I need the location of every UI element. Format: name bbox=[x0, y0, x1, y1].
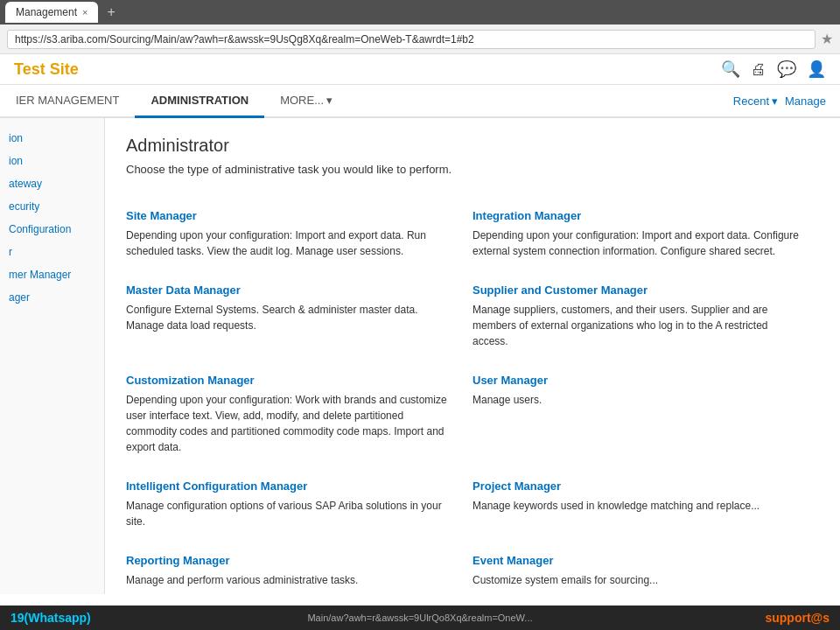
tab-title: Management bbox=[16, 6, 77, 18]
bottom-right-text: support@s bbox=[765, 611, 830, 625]
project-manager-desc: Manage keywords used in knowledge matchi… bbox=[472, 498, 802, 514]
supplier-customer-manager-desc: Manage suppliers, customers, and their u… bbox=[472, 302, 802, 349]
project-manager-link[interactable]: Project Manager bbox=[472, 480, 802, 493]
main-layout: ion ion ateway ecurity Configuration r m… bbox=[0, 118, 840, 594]
sidebar-item-1[interactable]: ion bbox=[0, 150, 104, 172]
nav-right: Recent ▾ Manage bbox=[733, 94, 840, 116]
admin-card-intelligent-config: Intelligent Configuration Manager Manage… bbox=[126, 467, 472, 542]
customization-manager-link[interactable]: Customization Manager bbox=[126, 374, 455, 387]
manage-button[interactable]: Manage bbox=[785, 94, 826, 108]
print-icon[interactable]: 🖨 bbox=[751, 60, 766, 79]
page-title: Administrator bbox=[126, 136, 819, 156]
user-manager-link[interactable]: User Manager bbox=[472, 374, 802, 387]
admin-grid: Site Manager Depending upon your configu… bbox=[126, 197, 819, 594]
site-manager-link[interactable]: Site Manager bbox=[126, 209, 455, 222]
admin-card-supplier-customer-manager: Supplier and Customer Manager Manage sup… bbox=[472, 271, 819, 361]
address-bar[interactable] bbox=[7, 30, 816, 49]
sidebar-item-2[interactable]: ateway bbox=[0, 172, 104, 195]
reporting-manager-link[interactable]: Reporting Manager bbox=[126, 554, 455, 567]
recent-button[interactable]: Recent ▾ bbox=[733, 94, 778, 108]
reporting-manager-desc: Manage and perform various administrativ… bbox=[126, 572, 455, 588]
sidebar-item-6[interactable]: mer Manager bbox=[0, 263, 104, 286]
admin-card-master-data-manager: Master Data Manager Configure External S… bbox=[126, 271, 472, 361]
admin-card-reporting-manager: Reporting Manager Manage and perform var… bbox=[126, 542, 472, 594]
chevron-down-icon: ▾ bbox=[772, 94, 778, 108]
admin-card-customization-manager: Customization Manager Depending upon you… bbox=[126, 361, 472, 467]
sidebar-item-5[interactable]: r bbox=[0, 241, 104, 263]
new-tab-button[interactable]: + bbox=[102, 3, 120, 22]
site-title: Test Site bbox=[14, 60, 79, 84]
sidebar-item-4[interactable]: Configuration bbox=[0, 218, 104, 241]
intelligent-config-desc: Manage configuration options of various … bbox=[126, 498, 455, 529]
bottom-left-text: 19(Whatsapp) bbox=[10, 611, 91, 625]
sidebar: ion ion ateway ecurity Configuration r m… bbox=[0, 118, 105, 594]
tab-close-button[interactable]: × bbox=[82, 7, 88, 18]
master-data-manager-link[interactable]: Master Data Manager bbox=[126, 284, 455, 297]
customization-manager-desc: Depending upon your configuration: Work … bbox=[126, 392, 455, 455]
event-manager-link[interactable]: Event Manager bbox=[472, 554, 802, 567]
nav-item-management[interactable]: IER MANAGEMENT bbox=[0, 85, 135, 118]
chat-icon[interactable]: 💬 bbox=[777, 60, 796, 79]
chevron-down-icon: ▾ bbox=[326, 94, 332, 107]
app-header: Test Site 🔍 🖨 💬 👤 bbox=[0, 54, 840, 85]
tab-bar: Management × + bbox=[0, 0, 840, 24]
bookmark-icon[interactable]: ★ bbox=[821, 31, 833, 47]
supplier-customer-manager-link[interactable]: Supplier and Customer Manager bbox=[472, 284, 802, 297]
admin-card-user-manager: User Manager Manage users. bbox=[472, 361, 819, 467]
user-manager-desc: Manage users. bbox=[472, 392, 802, 408]
nav-item-more[interactable]: MORE... ▾ bbox=[264, 85, 348, 118]
nav-bar: IER MANAGEMENT ADMINISTRATION MORE... ▾ … bbox=[0, 85, 840, 118]
admin-card-site-manager: Site Manager Depending upon your configu… bbox=[126, 197, 472, 271]
intelligent-config-link[interactable]: Intelligent Configuration Manager bbox=[126, 480, 455, 493]
browser-tab[interactable]: Management × bbox=[5, 2, 98, 23]
integration-manager-desc: Depending upon your configuration: Impor… bbox=[472, 228, 802, 259]
user-icon[interactable]: 👤 bbox=[807, 60, 826, 79]
bottom-url-text: Main/aw?awh=r&awssk=9UlrQo8Xq&realm=OneW… bbox=[307, 612, 532, 623]
sidebar-item-7[interactable]: ager bbox=[0, 286, 104, 309]
admin-card-integration-manager: Integration Manager Depending upon your … bbox=[472, 197, 819, 271]
admin-card-event-manager: Event Manager Customize system emails fo… bbox=[472, 542, 819, 594]
sidebar-item-3[interactable]: ecurity bbox=[0, 195, 104, 218]
integration-manager-link[interactable]: Integration Manager bbox=[472, 209, 802, 222]
site-manager-desc: Depending upon your configuration: Impor… bbox=[126, 228, 455, 259]
address-bar-row: ★ bbox=[0, 24, 840, 54]
master-data-manager-desc: Configure External Systems. Search & adm… bbox=[126, 302, 455, 333]
search-icon[interactable]: 🔍 bbox=[721, 60, 740, 79]
content-area: Administrator Choose the type of adminis… bbox=[105, 118, 840, 594]
event-manager-desc: Customize system emails for sourcing... bbox=[472, 572, 802, 588]
admin-card-project-manager: Project Manager Manage keywords used in … bbox=[472, 467, 819, 542]
header-icons: 🔍 🖨 💬 👤 bbox=[721, 60, 826, 84]
sidebar-item-0[interactable]: ion bbox=[0, 127, 104, 150]
nav-item-administration[interactable]: ADMINISTRATION bbox=[135, 85, 264, 118]
bottom-overlay: 19(Whatsapp) Main/aw?awh=r&awssk=9UlrQo8… bbox=[0, 606, 840, 630]
nav-left: IER MANAGEMENT ADMINISTRATION MORE... ▾ bbox=[0, 85, 348, 116]
page-subtitle: Choose the type of administrative task y… bbox=[126, 163, 819, 176]
